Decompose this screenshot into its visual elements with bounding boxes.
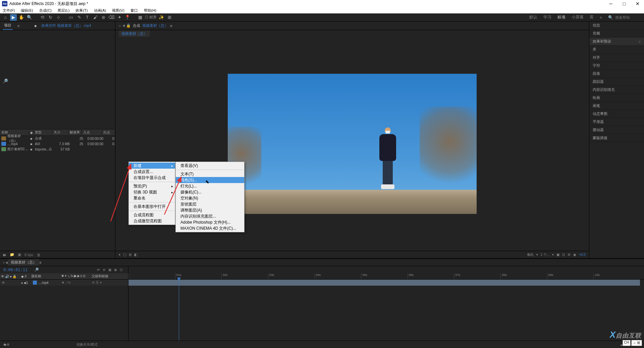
menu-animation[interactable]: 动画(A)	[93, 8, 107, 13]
orbit-tool-icon[interactable]: ⟲	[39, 14, 46, 21]
views-dropdown[interactable]: 1 个...	[541, 252, 550, 257]
panel-mask-interp[interactable]: 蒙版插值	[589, 134, 644, 142]
align-icon[interactable]: ▦	[137, 14, 144, 21]
ctx-new-light[interactable]: 灯光(L)...	[176, 183, 244, 189]
panel-content-aware[interactable]: 内容识别填充	[589, 86, 644, 94]
solo-col-icon[interactable]: ●	[10, 275, 12, 278]
menu-window[interactable]: 窗口	[130, 8, 139, 13]
ctx-open-egp[interactable]: 在基本图形中打开	[129, 204, 175, 210]
col-in[interactable]: 入点	[82, 130, 102, 135]
panel-paint[interactable]: 绘画	[589, 94, 644, 102]
snap-checkbox[interactable]: ☐ 对齐	[145, 15, 157, 20]
menu-edit[interactable]: 编辑(E)	[20, 8, 34, 13]
timeline-tracks[interactable]	[128, 280, 644, 341]
ctx-comp-settings[interactable]: 合成设置...	[129, 169, 175, 175]
col-out[interactable]: 出点	[102, 130, 115, 135]
close-tab-icon[interactable]: ×	[119, 24, 121, 28]
menu-help[interactable]: 帮助(H)	[143, 8, 157, 13]
workspace-small[interactable]: 小屏幕	[572, 14, 584, 20]
panel-effects-presets[interactable]: 效果和预设≡	[589, 38, 644, 46]
panel-align[interactable]: 对齐	[589, 54, 644, 62]
ctx-new-shape[interactable]: 形状图层	[176, 201, 244, 207]
ctx-new-adjustment[interactable]: 调整图层(A)	[176, 207, 244, 213]
tab-project[interactable]: 项目	[3, 21, 13, 30]
viewer-icon-1[interactable]: ▣	[556, 253, 559, 256]
tab-effect-controls[interactable]: 效果控件 视频素材（总）.mp4	[40, 22, 93, 30]
ctx-new-caf[interactable]: 内容识别填充图层...	[176, 213, 244, 219]
menu-effect[interactable]: 效果(T)	[75, 8, 88, 13]
project-row-image[interactable]: 图片素材02.... ■ Importe...G 57 KB	[0, 147, 115, 152]
help-search-input[interactable]	[615, 15, 642, 19]
tl-icon-5[interactable]: ⊡	[119, 268, 123, 272]
help-search[interactable]: 🔍	[608, 15, 642, 20]
source-name-col[interactable]: 源名称	[30, 274, 60, 279]
stamp-tool-icon[interactable]: ⊛	[100, 14, 107, 21]
zoom-tool-icon[interactable]: 🔍	[26, 14, 33, 21]
composition-preview[interactable]	[228, 74, 477, 214]
lock-col-icon[interactable]: 🔒	[12, 275, 16, 278]
ctx-reveal-in-project[interactable]: 在项目中显示合成	[129, 175, 175, 181]
ctx-new-viewer[interactable]: 查看器(V)	[176, 163, 244, 169]
folder-icon[interactable]: 📁	[10, 252, 14, 257]
ctx-new-text[interactable]: 文本(T)	[176, 171, 244, 177]
panel-motion-sketch[interactable]: 动态草图	[589, 110, 644, 118]
interpret-icon[interactable]: 🖿	[3, 253, 6, 257]
resolution-dropdown[interactable]: ▢	[123, 253, 126, 256]
panel-wiggler[interactable]: 摆动器	[589, 126, 644, 134]
layer-duration-bar[interactable]	[128, 280, 640, 286]
rect-tool-icon[interactable]: ▭	[68, 14, 74, 21]
workspace-standard[interactable]: 标准	[557, 14, 566, 20]
ctx-new-camera[interactable]: 摄像机(C)...	[176, 189, 244, 195]
workspace-more-icon[interactable]: »	[600, 15, 602, 20]
panel-smoother[interactable]: 平滑器	[589, 118, 644, 126]
menu-view[interactable]: 视图(V)	[111, 8, 125, 13]
viewer-icon-3[interactable]: ⚙	[568, 253, 571, 256]
ctx-mini-flowchart[interactable]: 合成微型流程图	[129, 218, 175, 224]
tl-icon-1[interactable]: ⇄	[96, 268, 101, 272]
ctx-preview[interactable]: 预览(P)▸	[129, 183, 175, 189]
viewer-subtab[interactable]: 视频素材（总）	[119, 31, 150, 37]
panel-library[interactable]: 库	[589, 46, 644, 54]
panel-tracker[interactable]: 跟踪器	[589, 78, 644, 86]
trash-icon[interactable]: 🗑	[37, 253, 41, 257]
lock-icon[interactable]: ■ 🔒	[123, 23, 131, 28]
maximize-button[interactable]: □	[622, 1, 627, 6]
viewer-icon-2[interactable]: ⊡	[562, 253, 565, 256]
tl-foot-icon-2[interactable]: ⊕	[7, 343, 9, 346]
speaker-col-icon[interactable]: 🔊	[5, 275, 9, 278]
current-timecode[interactable]: 0:00:01:11	[3, 268, 28, 272]
hand-tool-icon[interactable]: ✋	[18, 14, 25, 21]
toggle-switches[interactable]: 切换开关/模式	[76, 342, 98, 347]
mask-toggle-icon[interactable]: ◧	[134, 253, 137, 256]
panel-info[interactable]: 信息	[589, 21, 644, 30]
viewer-icon-4[interactable]: ◉	[573, 253, 576, 256]
magic-wand-icon[interactable]: ✨	[158, 14, 165, 21]
ctx-new-photoshop[interactable]: Adobe Photoshop 文件(H)...	[176, 219, 244, 225]
home-icon[interactable]: ⌂	[2, 14, 9, 21]
menu-layer[interactable]: 图层(L)	[57, 8, 70, 13]
exposure-value[interactable]: +0.0	[579, 253, 586, 256]
eye-col-icon[interactable]: 👁	[1, 275, 4, 278]
selection-tool-icon[interactable]: ▶	[10, 14, 17, 21]
comp-tab-menu-icon[interactable]: ≡	[170, 24, 172, 28]
ctx-flowchart[interactable]: 合成流程图	[129, 212, 175, 218]
new-comp-icon[interactable]: ▣	[18, 252, 21, 257]
pen-tool-icon[interactable]: ✎	[76, 14, 83, 21]
comp-tab-name[interactable]: 视频素材（总）	[142, 23, 168, 28]
workspace-learn[interactable]: 学习	[543, 14, 551, 20]
magnification-dropdown[interactable]: ▾	[119, 253, 120, 256]
col-type[interactable]: 类型	[34, 130, 52, 135]
layer-visibility-icon[interactable]: 👁	[0, 281, 7, 285]
rotate-tool-icon[interactable]: ↻	[47, 14, 54, 21]
tl-foot-icon-1[interactable]: 🖿	[3, 343, 7, 346]
parent-col[interactable]: 父级和链接	[91, 274, 128, 279]
ctx-new-solid[interactable]: 纯色(S)...	[176, 177, 244, 183]
menu-file[interactable]: 文件(F)	[2, 8, 15, 13]
timeline-close-icon[interactable]: × ■	[3, 260, 8, 265]
eraser-tool-icon[interactable]: ⌫	[108, 14, 115, 21]
grid-icon[interactable]: ⊞	[166, 14, 173, 21]
playhead[interactable]	[179, 280, 179, 341]
ctx-switch-3d[interactable]: 切换 3D 视图▸	[129, 189, 175, 195]
roto-tool-icon[interactable]: ✦	[116, 14, 123, 21]
minimize-button[interactable]: ─	[608, 1, 613, 6]
